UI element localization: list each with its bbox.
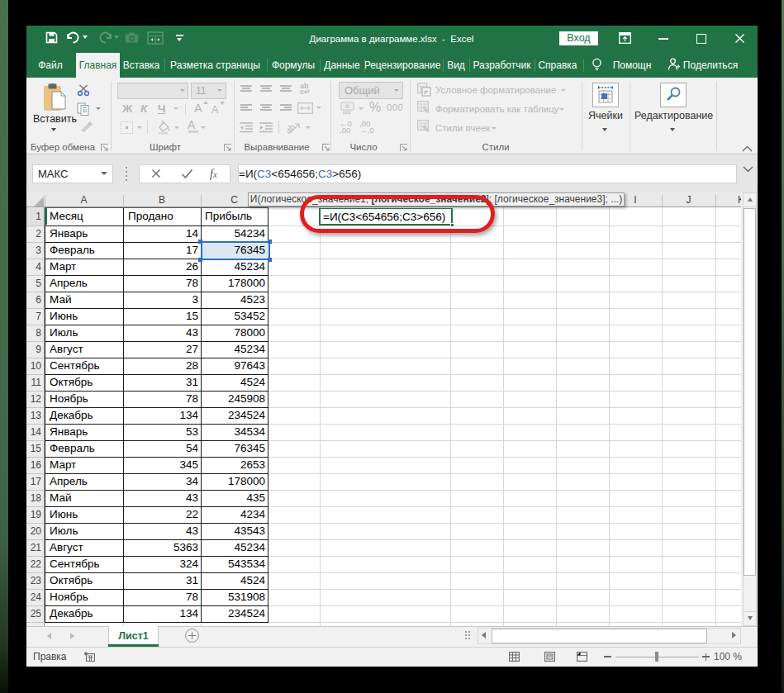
svg-text:≠: ≠ [424,88,429,97]
